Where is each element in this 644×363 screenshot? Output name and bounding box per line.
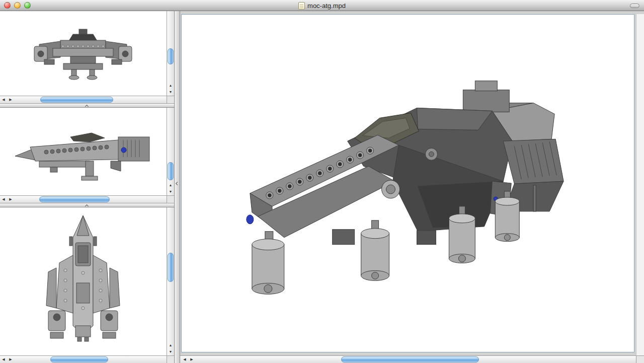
- top-vscroll-thumb[interactable]: [168, 253, 174, 282]
- side-viewport[interactable]: [0, 108, 167, 195]
- scroll-right-arrow[interactable]: ▶: [7, 96, 14, 103]
- top-horizontal-scrollbar[interactable]: ◀ ▶: [0, 355, 167, 363]
- perspective-view-render: [182, 15, 634, 352]
- main-vertical-scrollbar[interactable]: [636, 14, 644, 355]
- title-area: moc-atg.mpd: [0, 0, 644, 11]
- column-splitter[interactable]: [174, 11, 180, 363]
- viewport-pane-side: ▲ ▼ ◀ ▶: [0, 108, 174, 203]
- top-viewport[interactable]: [0, 207, 167, 355]
- main-horizontal-scrollbar[interactable]: ◀ ▶: [180, 355, 636, 363]
- viewport-pane-front: ▲ ▼ ◀ ▶: [0, 11, 174, 103]
- scroll-right-arrow[interactable]: ▶: [7, 356, 14, 363]
- titlebar[interactable]: moc-atg.mpd: [0, 0, 644, 11]
- scrollbar-corner: [167, 355, 174, 363]
- scroll-down-arrow[interactable]: ▼: [167, 188, 174, 195]
- scroll-down-arrow[interactable]: ▼: [167, 89, 174, 96]
- main-viewport[interactable]: [181, 14, 634, 352]
- scroll-right-arrow[interactable]: ▶: [7, 196, 14, 203]
- side-horizontal-scrollbar[interactable]: ◀ ▶: [0, 195, 167, 203]
- main-viewport-area: ◀ ▶: [180, 11, 644, 363]
- pane-splitter-2[interactable]: [0, 203, 174, 207]
- app-window: moc-atg.mpd: [0, 0, 644, 363]
- viewport-pane-top: ▲ ▼ ◀ ▶: [0, 207, 174, 363]
- scroll-left-arrow[interactable]: ◀: [0, 356, 7, 363]
- side-vertical-scrollbar[interactable]: ▲ ▼: [167, 108, 174, 195]
- scroll-left-arrow[interactable]: ◀: [0, 96, 7, 103]
- side-view-render: [0, 108, 167, 195]
- top-vertical-scrollbar[interactable]: ▲ ▼: [167, 207, 174, 355]
- front-vscroll-thumb[interactable]: [168, 48, 174, 64]
- main-hscroll-thumb[interactable]: [341, 356, 479, 362]
- scroll-left-arrow[interactable]: ◀: [0, 196, 7, 203]
- ortho-viewport-column: ▲ ▼ ◀ ▶: [0, 11, 174, 363]
- scroll-right-arrow[interactable]: ▶: [188, 356, 195, 363]
- scroll-left-arrow[interactable]: ◀: [181, 356, 188, 363]
- collapse-left-icon: [176, 182, 179, 185]
- scrollbar-corner: [636, 355, 644, 363]
- side-vscroll-thumb[interactable]: [168, 162, 174, 180]
- scroll-up-arrow[interactable]: ▲: [167, 82, 174, 89]
- toolbar-toggle-button[interactable]: [630, 4, 639, 8]
- front-viewport[interactable]: [0, 11, 167, 96]
- pane-splitter-1[interactable]: [0, 103, 174, 108]
- scroll-down-arrow[interactable]: ▼: [167, 348, 174, 355]
- top-hscroll-thumb[interactable]: [50, 356, 108, 362]
- scroll-up-arrow[interactable]: ▲: [167, 182, 174, 189]
- scrollbar-corner: [167, 96, 174, 103]
- front-view-render: [0, 11, 167, 96]
- front-hscroll-thumb[interactable]: [40, 97, 113, 103]
- scroll-up-arrow[interactable]: ▲: [167, 342, 174, 349]
- side-hscroll-thumb[interactable]: [39, 196, 110, 202]
- front-horizontal-scrollbar[interactable]: ◀ ▶: [0, 96, 167, 103]
- window-title: moc-atg.mpd: [307, 2, 346, 10]
- window-content: ▲ ▼ ◀ ▶: [0, 11, 644, 363]
- document-icon[interactable]: [298, 2, 305, 10]
- top-view-render: [0, 207, 167, 355]
- scrollbar-corner: [167, 195, 174, 203]
- front-vertical-scrollbar[interactable]: ▲ ▼: [167, 11, 174, 96]
